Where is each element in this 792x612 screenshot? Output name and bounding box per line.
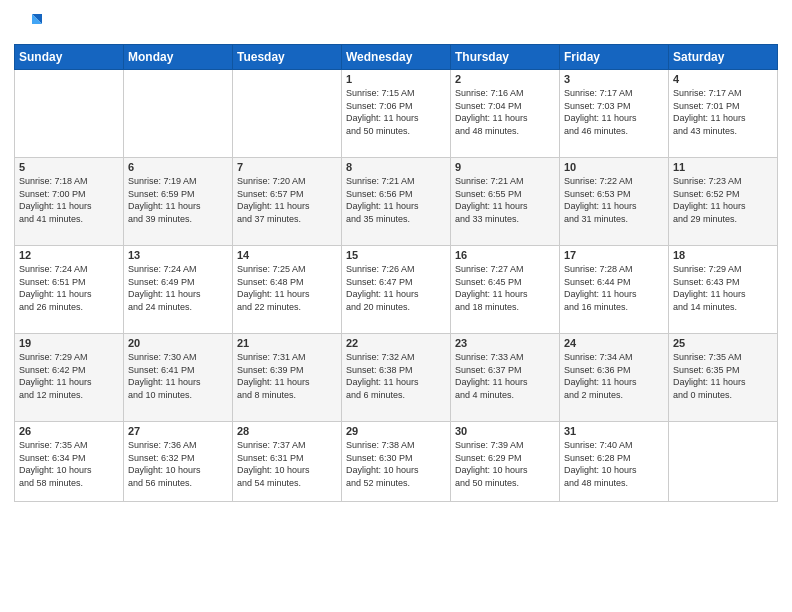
day-number: 8 <box>346 161 446 173</box>
day-cell: 9Sunrise: 7:21 AM Sunset: 6:55 PM Daylig… <box>451 158 560 246</box>
day-number: 5 <box>19 161 119 173</box>
logo <box>14 10 45 38</box>
day-info: Sunrise: 7:34 AM Sunset: 6:36 PM Dayligh… <box>564 351 664 401</box>
day-info: Sunrise: 7:31 AM Sunset: 6:39 PM Dayligh… <box>237 351 337 401</box>
day-cell: 24Sunrise: 7:34 AM Sunset: 6:36 PM Dayli… <box>560 334 669 422</box>
day-info: Sunrise: 7:16 AM Sunset: 7:04 PM Dayligh… <box>455 87 555 137</box>
day-number: 23 <box>455 337 555 349</box>
header <box>14 10 778 38</box>
day-number: 7 <box>237 161 337 173</box>
day-info: Sunrise: 7:38 AM Sunset: 6:30 PM Dayligh… <box>346 439 446 489</box>
day-cell: 18Sunrise: 7:29 AM Sunset: 6:43 PM Dayli… <box>669 246 778 334</box>
day-number: 15 <box>346 249 446 261</box>
day-info: Sunrise: 7:17 AM Sunset: 7:03 PM Dayligh… <box>564 87 664 137</box>
day-cell: 28Sunrise: 7:37 AM Sunset: 6:31 PM Dayli… <box>233 422 342 502</box>
day-cell: 5Sunrise: 7:18 AM Sunset: 7:00 PM Daylig… <box>15 158 124 246</box>
day-info: Sunrise: 7:29 AM Sunset: 6:43 PM Dayligh… <box>673 263 773 313</box>
day-info: Sunrise: 7:21 AM Sunset: 6:55 PM Dayligh… <box>455 175 555 225</box>
week-row-3: 12Sunrise: 7:24 AM Sunset: 6:51 PM Dayli… <box>15 246 778 334</box>
day-cell: 15Sunrise: 7:26 AM Sunset: 6:47 PM Dayli… <box>342 246 451 334</box>
day-cell: 29Sunrise: 7:38 AM Sunset: 6:30 PM Dayli… <box>342 422 451 502</box>
day-number: 19 <box>19 337 119 349</box>
day-info: Sunrise: 7:24 AM Sunset: 6:49 PM Dayligh… <box>128 263 228 313</box>
day-info: Sunrise: 7:35 AM Sunset: 6:34 PM Dayligh… <box>19 439 119 489</box>
day-info: Sunrise: 7:24 AM Sunset: 6:51 PM Dayligh… <box>19 263 119 313</box>
day-cell: 23Sunrise: 7:33 AM Sunset: 6:37 PM Dayli… <box>451 334 560 422</box>
day-cell: 11Sunrise: 7:23 AM Sunset: 6:52 PM Dayli… <box>669 158 778 246</box>
day-number: 24 <box>564 337 664 349</box>
day-cell: 16Sunrise: 7:27 AM Sunset: 6:45 PM Dayli… <box>451 246 560 334</box>
day-header-monday: Monday <box>124 45 233 70</box>
day-info: Sunrise: 7:15 AM Sunset: 7:06 PM Dayligh… <box>346 87 446 137</box>
day-cell: 19Sunrise: 7:29 AM Sunset: 6:42 PM Dayli… <box>15 334 124 422</box>
day-number: 9 <box>455 161 555 173</box>
day-number: 21 <box>237 337 337 349</box>
day-info: Sunrise: 7:20 AM Sunset: 6:57 PM Dayligh… <box>237 175 337 225</box>
day-cell: 3Sunrise: 7:17 AM Sunset: 7:03 PM Daylig… <box>560 70 669 158</box>
day-info: Sunrise: 7:23 AM Sunset: 6:52 PM Dayligh… <box>673 175 773 225</box>
header-row: SundayMondayTuesdayWednesdayThursdayFrid… <box>15 45 778 70</box>
day-cell: 6Sunrise: 7:19 AM Sunset: 6:59 PM Daylig… <box>124 158 233 246</box>
day-header-tuesday: Tuesday <box>233 45 342 70</box>
week-row-5: 26Sunrise: 7:35 AM Sunset: 6:34 PM Dayli… <box>15 422 778 502</box>
day-info: Sunrise: 7:19 AM Sunset: 6:59 PM Dayligh… <box>128 175 228 225</box>
day-number: 26 <box>19 425 119 437</box>
day-cell: 8Sunrise: 7:21 AM Sunset: 6:56 PM Daylig… <box>342 158 451 246</box>
day-cell <box>669 422 778 502</box>
day-number: 3 <box>564 73 664 85</box>
day-number: 12 <box>19 249 119 261</box>
day-info: Sunrise: 7:32 AM Sunset: 6:38 PM Dayligh… <box>346 351 446 401</box>
day-info: Sunrise: 7:33 AM Sunset: 6:37 PM Dayligh… <box>455 351 555 401</box>
calendar-page: SundayMondayTuesdayWednesdayThursdayFrid… <box>0 0 792 612</box>
day-number: 4 <box>673 73 773 85</box>
day-number: 22 <box>346 337 446 349</box>
day-header-sunday: Sunday <box>15 45 124 70</box>
day-info: Sunrise: 7:26 AM Sunset: 6:47 PM Dayligh… <box>346 263 446 313</box>
day-cell: 12Sunrise: 7:24 AM Sunset: 6:51 PM Dayli… <box>15 246 124 334</box>
day-number: 29 <box>346 425 446 437</box>
day-cell: 22Sunrise: 7:32 AM Sunset: 6:38 PM Dayli… <box>342 334 451 422</box>
day-info: Sunrise: 7:40 AM Sunset: 6:28 PM Dayligh… <box>564 439 664 489</box>
day-cell: 31Sunrise: 7:40 AM Sunset: 6:28 PM Dayli… <box>560 422 669 502</box>
day-cell: 13Sunrise: 7:24 AM Sunset: 6:49 PM Dayli… <box>124 246 233 334</box>
day-cell: 26Sunrise: 7:35 AM Sunset: 6:34 PM Dayli… <box>15 422 124 502</box>
day-number: 2 <box>455 73 555 85</box>
day-number: 10 <box>564 161 664 173</box>
day-info: Sunrise: 7:30 AM Sunset: 6:41 PM Dayligh… <box>128 351 228 401</box>
day-info: Sunrise: 7:22 AM Sunset: 6:53 PM Dayligh… <box>564 175 664 225</box>
day-number: 11 <box>673 161 773 173</box>
day-info: Sunrise: 7:39 AM Sunset: 6:29 PM Dayligh… <box>455 439 555 489</box>
day-number: 28 <box>237 425 337 437</box>
day-cell: 2Sunrise: 7:16 AM Sunset: 7:04 PM Daylig… <box>451 70 560 158</box>
day-info: Sunrise: 7:37 AM Sunset: 6:31 PM Dayligh… <box>237 439 337 489</box>
day-info: Sunrise: 7:25 AM Sunset: 6:48 PM Dayligh… <box>237 263 337 313</box>
day-info: Sunrise: 7:35 AM Sunset: 6:35 PM Dayligh… <box>673 351 773 401</box>
day-info: Sunrise: 7:27 AM Sunset: 6:45 PM Dayligh… <box>455 263 555 313</box>
day-cell: 25Sunrise: 7:35 AM Sunset: 6:35 PM Dayli… <box>669 334 778 422</box>
day-cell: 10Sunrise: 7:22 AM Sunset: 6:53 PM Dayli… <box>560 158 669 246</box>
day-number: 25 <box>673 337 773 349</box>
day-number: 17 <box>564 249 664 261</box>
week-row-2: 5Sunrise: 7:18 AM Sunset: 7:00 PM Daylig… <box>15 158 778 246</box>
day-number: 6 <box>128 161 228 173</box>
day-header-wednesday: Wednesday <box>342 45 451 70</box>
day-cell <box>15 70 124 158</box>
day-info: Sunrise: 7:29 AM Sunset: 6:42 PM Dayligh… <box>19 351 119 401</box>
day-number: 14 <box>237 249 337 261</box>
day-info: Sunrise: 7:36 AM Sunset: 6:32 PM Dayligh… <box>128 439 228 489</box>
day-header-friday: Friday <box>560 45 669 70</box>
day-number: 1 <box>346 73 446 85</box>
day-cell: 30Sunrise: 7:39 AM Sunset: 6:29 PM Dayli… <box>451 422 560 502</box>
day-number: 31 <box>564 425 664 437</box>
day-cell: 14Sunrise: 7:25 AM Sunset: 6:48 PM Dayli… <box>233 246 342 334</box>
day-number: 20 <box>128 337 228 349</box>
day-header-saturday: Saturday <box>669 45 778 70</box>
calendar-table: SundayMondayTuesdayWednesdayThursdayFrid… <box>14 44 778 502</box>
day-number: 16 <box>455 249 555 261</box>
logo-icon <box>14 10 42 38</box>
week-row-1: 1Sunrise: 7:15 AM Sunset: 7:06 PM Daylig… <box>15 70 778 158</box>
day-cell: 4Sunrise: 7:17 AM Sunset: 7:01 PM Daylig… <box>669 70 778 158</box>
day-number: 30 <box>455 425 555 437</box>
day-header-thursday: Thursday <box>451 45 560 70</box>
week-row-4: 19Sunrise: 7:29 AM Sunset: 6:42 PM Dayli… <box>15 334 778 422</box>
